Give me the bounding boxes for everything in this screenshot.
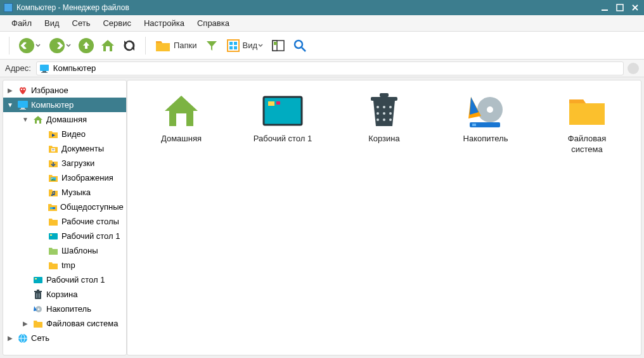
menu-help[interactable]: Справка bbox=[191, 18, 236, 28]
view-mode-button[interactable]: Вид bbox=[224, 39, 267, 53]
svg-rect-33 bbox=[49, 233, 58, 240]
svg-point-30 bbox=[53, 193, 55, 195]
svg-rect-20 bbox=[18, 101, 28, 108]
refresh-button[interactable] bbox=[120, 36, 139, 55]
up-button[interactable] bbox=[77, 36, 96, 55]
svg-rect-13 bbox=[274, 42, 277, 45]
address-path: Компьютер bbox=[53, 63, 96, 73]
svg-point-19 bbox=[23, 88, 25, 89]
trash-icon bbox=[363, 93, 406, 129]
search-button[interactable] bbox=[290, 36, 309, 55]
svg-rect-41 bbox=[38, 293, 39, 298]
svg-rect-34 bbox=[50, 234, 52, 236]
minimize-button[interactable] bbox=[600, 3, 610, 13]
filter-button[interactable] bbox=[202, 36, 221, 55]
svg-point-52 bbox=[377, 106, 379, 108]
back-button[interactable] bbox=[16, 37, 44, 54]
address-input[interactable]: Компьютер bbox=[36, 61, 624, 75]
addressbar: Адрес: Компьютер bbox=[0, 60, 644, 77]
tree-filesystem[interactable]: ▶ Файловая система bbox=[3, 316, 126, 331]
tree-network[interactable]: ▶ Сеть bbox=[3, 331, 126, 345]
collapse-icon[interactable]: ▼ bbox=[21, 116, 30, 123]
svg-rect-1 bbox=[617, 4, 623, 11]
svg-rect-48 bbox=[268, 101, 274, 106]
svg-rect-50 bbox=[371, 97, 397, 101]
svg-rect-64 bbox=[472, 124, 476, 126]
maximize-button[interactable] bbox=[615, 3, 625, 13]
menu-file[interactable]: Файл bbox=[5, 18, 38, 28]
svg-point-59 bbox=[383, 118, 385, 121]
svg-point-54 bbox=[389, 106, 392, 108]
expand-icon[interactable]: ▶ bbox=[6, 87, 15, 94]
address-label: Адрес: bbox=[5, 63, 31, 73]
collapse-icon[interactable]: ▼ bbox=[6, 101, 15, 108]
tree-music[interactable]: Музыка bbox=[3, 185, 126, 200]
tree-desktop1b[interactable]: Рабочий стол 1 bbox=[3, 272, 126, 287]
folders-button[interactable]: Папки bbox=[152, 39, 200, 53]
chevron-down-icon bbox=[257, 42, 264, 49]
close-button[interactable] bbox=[630, 3, 640, 13]
menu-settings[interactable]: Настройка bbox=[138, 18, 191, 28]
tree-trash[interactable]: Корзина bbox=[3, 287, 126, 302]
svg-rect-23 bbox=[37, 120, 39, 124]
forward-button[interactable] bbox=[46, 37, 74, 54]
item-filesystem[interactable]: Файловая система bbox=[552, 93, 622, 155]
item-drive[interactable]: Накопитель bbox=[451, 93, 520, 144]
home-icon bbox=[160, 93, 203, 129]
menu-network[interactable]: Сеть bbox=[66, 18, 97, 28]
svg-rect-35 bbox=[34, 277, 42, 283]
computer-icon bbox=[39, 63, 49, 74]
view-label: Вид bbox=[243, 41, 258, 50]
tree-drive[interactable]: Накопитель bbox=[3, 302, 126, 316]
tree-downloads[interactable]: Загрузки bbox=[3, 156, 126, 170]
grid-icon bbox=[226, 39, 240, 53]
tree-documents[interactable]: Документы bbox=[3, 141, 126, 156]
home-button[interactable] bbox=[98, 36, 117, 55]
svg-rect-22 bbox=[20, 109, 26, 110]
tree-home[interactable]: ▼ Домашняя bbox=[3, 112, 126, 127]
menu-service[interactable]: Сервис bbox=[96, 18, 138, 28]
expand-icon[interactable]: ▶ bbox=[6, 335, 15, 342]
clear-address-button[interactable] bbox=[628, 63, 639, 74]
svg-rect-49 bbox=[276, 101, 280, 105]
toolbar: Папки Вид bbox=[0, 32, 644, 60]
tree-favorites[interactable]: ▶ Избраное bbox=[3, 83, 126, 98]
svg-rect-39 bbox=[37, 290, 39, 291]
svg-point-53 bbox=[383, 106, 385, 108]
svg-rect-26 bbox=[52, 150, 55, 150]
tree-tmp[interactable]: tmp bbox=[3, 258, 126, 272]
svg-rect-10 bbox=[234, 46, 237, 49]
item-desktop[interactable]: Рабочий стол 1 bbox=[248, 93, 318, 144]
home-icon bbox=[32, 114, 44, 125]
folders-label: Папки bbox=[174, 41, 197, 50]
tree-video[interactable]: Видео bbox=[3, 127, 126, 141]
app-icon bbox=[4, 3, 13, 12]
menu-view[interactable]: Вид bbox=[38, 18, 66, 28]
tree-computer[interactable]: ▼ Компьютер bbox=[3, 98, 126, 112]
network-icon bbox=[17, 333, 29, 344]
content-pane[interactable]: Домашняя Рабочий стол 1 Корзина Накопите… bbox=[127, 80, 641, 355]
tree-desktop1[interactable]: Рабочий стол 1 bbox=[3, 229, 126, 243]
folder-public-icon bbox=[48, 201, 58, 213]
svg-rect-7 bbox=[229, 42, 233, 45]
svg-point-55 bbox=[377, 112, 379, 115]
desktop-icon bbox=[32, 274, 44, 286]
tree-public[interactable]: Общедоступные bbox=[3, 200, 126, 214]
svg-point-57 bbox=[389, 112, 392, 115]
expand-icon[interactable]: ▶ bbox=[21, 320, 30, 327]
folder-icon bbox=[48, 245, 59, 257]
svg-rect-15 bbox=[40, 65, 49, 71]
item-trash[interactable]: Корзина bbox=[349, 93, 419, 144]
folder-tree[interactable]: ▶ Избраное ▼ Компьютер ▼ Домашняя Видео … bbox=[3, 80, 127, 355]
svg-rect-51 bbox=[380, 93, 389, 97]
svg-point-18 bbox=[21, 88, 22, 89]
computer-icon bbox=[17, 99, 29, 111]
tree-desktops[interactable]: Рабочие столы bbox=[3, 214, 126, 229]
panel-button[interactable] bbox=[269, 36, 288, 55]
tree-templates[interactable]: Шаблоны bbox=[3, 243, 126, 258]
tree-images[interactable]: Изображения bbox=[3, 170, 126, 185]
item-home[interactable]: Домашняя bbox=[146, 93, 216, 144]
folder-icon bbox=[48, 260, 59, 271]
drive-icon bbox=[32, 304, 44, 315]
svg-rect-17 bbox=[41, 72, 48, 73]
